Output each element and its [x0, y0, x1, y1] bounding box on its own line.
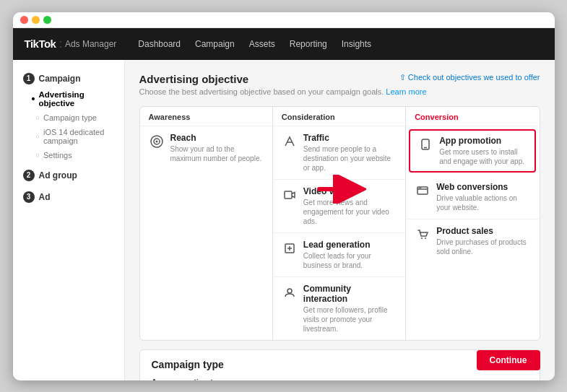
reach-icon: [149, 134, 165, 149]
sidebar-campaign-label: Campaign: [39, 74, 81, 84]
video-views-icon: [282, 187, 298, 203]
svg-point-2: [155, 140, 157, 142]
page-subtitle: Choose the best advertising objective ba…: [139, 87, 540, 96]
app-promotion-icon: [417, 136, 433, 152]
sidebar-section-adgroup: 2 Ad group: [13, 167, 124, 184]
brand-sep: :: [59, 38, 61, 51]
nav-items: Dashboard Campaign Assets Reporting Insi…: [138, 39, 371, 49]
brand-name: TikTok: [25, 38, 56, 50]
community-text: Community interaction Get more followers…: [303, 284, 397, 334]
nav-campaign[interactable]: Campaign: [195, 39, 235, 49]
sidebar-item-advertising-objective[interactable]: Advertising objective: [13, 87, 124, 110]
traffic-text: Traffic Send more people to a destinatio…: [303, 133, 397, 173]
sidebar-section-adgroup-header[interactable]: 2 Ad group: [13, 167, 124, 184]
objective-grid: Awareness Reach Show your ad to the maxi…: [139, 106, 540, 341]
brand-subtitle: Ads Manager: [65, 39, 116, 49]
web-conversions-icon: [415, 183, 430, 199]
awareness-header: Awareness: [140, 107, 272, 126]
community-icon: [282, 284, 298, 300]
obj-product-sales[interactable]: Product sales Drive purchases of product…: [406, 219, 539, 263]
consideration-column: Consideration Traffic Send more people t…: [273, 107, 406, 340]
sidebar-item-ios14[interactable]: iOS 14 dedicated campaign: [13, 125, 124, 148]
sidebar: 1 Campaign Advertising objective Campaig…: [13, 60, 125, 380]
sidebar-section-ad-header[interactable]: 3 Ad: [13, 188, 124, 206]
lead-gen-icon: [282, 240, 298, 256]
nav-reporting[interactable]: Reporting: [290, 39, 327, 49]
obj-lead-gen[interactable]: Lead generation Collect leads for your b…: [273, 233, 405, 277]
obj-reach[interactable]: Reach Show your ad to the maximum number…: [140, 126, 272, 170]
sidebar-item-settings[interactable]: Settings: [13, 148, 124, 162]
nav-dashboard[interactable]: Dashboard: [138, 39, 181, 49]
conversion-header: Conversion: [406, 107, 539, 126]
sidebar-adgroup-label: Ad group: [39, 170, 77, 180]
title-bar: [13, 12, 555, 28]
close-button[interactable]: [20, 16, 28, 24]
web-conversions-text: Web conversions Drive valuable actions o…: [436, 182, 530, 212]
nav-insights[interactable]: Insights: [342, 39, 371, 49]
obj-video-views[interactable]: Video views Get more views and engagemen…: [273, 180, 405, 233]
obj-web-conversions[interactable]: Web conversions Drive valuable actions o…: [406, 175, 539, 219]
awareness-column: Awareness Reach Show your ad to the maxi…: [140, 107, 273, 340]
product-sales-text: Product sales Drive purchases of product…: [436, 226, 530, 256]
obj-community[interactable]: Community interaction Get more followers…: [273, 277, 405, 340]
product-sales-icon: [415, 227, 430, 243]
sidebar-num-1: 1: [23, 73, 35, 84]
continue-button[interactable]: Continue: [477, 350, 540, 370]
reach-text: Reach Show your ad to the maximum number…: [170, 133, 264, 163]
traffic-icon: [282, 134, 298, 149]
svg-point-9: [420, 187, 422, 188]
nav-assets[interactable]: Assets: [249, 39, 275, 49]
objectives-link[interactable]: ⇧ Check out objectives we used to offer: [399, 73, 540, 82]
lead-gen-text: Lead generation Collect leads for your b…: [303, 240, 397, 270]
svg-point-8: [419, 187, 420, 188]
main-window: TikTok : Ads Manager Dashboard Campaign …: [13, 12, 555, 380]
conversion-column: Conversion App promotion Get more users …: [406, 107, 539, 340]
objective-grid-wrapper: Awareness Reach Show your ad to the maxi…: [139, 106, 540, 341]
svg-point-11: [425, 238, 426, 239]
campaign-type-title: Campaign type: [152, 359, 528, 370]
obj-traffic[interactable]: Traffic Send more people to a destinatio…: [273, 126, 405, 180]
video-views-text: Video views Get more views and engagemen…: [303, 186, 397, 226]
app-promotion-text: App promotion Get more users to install …: [439, 136, 527, 166]
sidebar-num-2: 2: [23, 170, 35, 181]
learn-more-link[interactable]: Learn more: [386, 87, 426, 96]
campaign-type-label: App promotion type: [152, 378, 528, 380]
svg-rect-3: [285, 191, 292, 199]
consideration-header: Consideration: [273, 107, 405, 126]
minimize-button[interactable]: [32, 16, 40, 24]
sidebar-section-ad: 3 Ad: [13, 188, 124, 206]
top-nav: TikTok : Ads Manager Dashboard Campaign …: [13, 28, 555, 60]
brand: TikTok : Ads Manager: [25, 38, 117, 51]
sidebar-item-campaign-type[interactable]: Campaign type: [13, 110, 124, 125]
svg-point-10: [421, 238, 423, 239]
obj-app-promotion[interactable]: App promotion Get more users to install …: [409, 129, 536, 173]
sidebar-section-campaign-header[interactable]: 1 Campaign: [13, 70, 124, 87]
content-area: Advertising objective Choose the best ad…: [125, 60, 555, 380]
sidebar-section-campaign: 1 Campaign Advertising objective Campaig…: [13, 70, 124, 162]
svg-point-5: [287, 289, 292, 293]
maximize-button[interactable]: [43, 16, 51, 24]
sidebar-ad-label: Ad: [39, 192, 51, 202]
sidebar-num-3: 3: [23, 191, 35, 203]
traffic-lights: [20, 16, 51, 24]
main-layout: 1 Campaign Advertising objective Campaig…: [13, 60, 555, 380]
